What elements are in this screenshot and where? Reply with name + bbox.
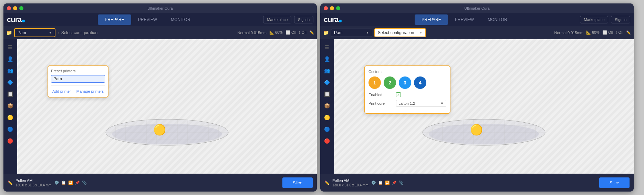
toolbar-right: 📁 Pam ▼ Select configuration ▼ Normal 0.… [320,26,634,39]
print-core-select-right[interactable]: Laiton 1.2 ▼ [396,100,446,107]
close-button[interactable] [7,6,11,10]
sidebar-icon-1-left[interactable]: ☰ [5,42,15,52]
top-nav-right: cura PREPARE PREVIEW MONITOR Marketplace… [320,13,634,26]
print-core-row-right: Print core Laiton 1.2 ▼ [368,100,446,107]
pencil-icon-left: ✏️ [8,181,13,185]
config-dropdown-right[interactable]: Select configuration ▼ [374,28,426,37]
model-name-left: Pollen AM [15,178,52,183]
logo-dot-right [339,20,342,22]
printer-dropdown-right[interactable]: Pam ▼ [331,29,372,37]
tab-prepare-left[interactable]: PREPARE [98,14,131,25]
right-window: Ultimaker Cura cura PREPARE PREVIEW MONI… [320,3,634,192]
profile-label-right[interactable]: Normal 0.015mm [554,31,583,35]
sidebar-icon-3-right[interactable]: 👥 [322,65,332,76]
tab-preview-right[interactable]: PREVIEW [448,14,481,25]
profile-label-left[interactable]: Normal 0.015mm [237,31,266,35]
tab-preview-left[interactable]: PREVIEW [131,14,164,25]
window-title-right: Ultimaker Cura [464,6,489,10]
sidebar-icon-8-left[interactable]: 🔵 [5,124,15,134]
close-button-right[interactable] [324,6,328,10]
sidebar-icon-4-left[interactable]: 🔷 [5,77,15,88]
bottom-icon-5-left[interactable]: 📎 [82,181,87,185]
dropdown-arrow-printer-left: ▼ [49,31,52,34]
bottom-icon-4-right[interactable]: 📌 [392,181,397,185]
popup-section-title-left: Preset printers [51,69,105,73]
settings-icon-left[interactable]: ✏️ [309,30,314,35]
nav-right-right: Marketplace Sign in [580,16,630,23]
nav-tabs-right: PREPARE PREVIEW MONITOR [349,14,580,25]
sidebar-icon-7-left[interactable]: 🟡 [5,112,15,123]
printer-dropdown-popup-left: Preset printers Pam Add printer Manage p… [48,65,108,98]
manage-printers-btn-left[interactable]: Manage printers [75,89,105,94]
sidebar-icon-6-right[interactable]: 📦 [322,101,332,111]
tab-monitor-left[interactable]: MONITOR [164,14,197,25]
logo-text-right: cura [324,15,338,24]
sidebar-icon-2-right[interactable]: 👤 [322,54,332,64]
marketplace-btn-right[interactable]: Marketplace [580,16,608,23]
sidebar-icon-5-right[interactable]: 🔲 [322,89,332,99]
extruder-3-icon[interactable]: 3 [399,76,411,89]
tab-prepare-right[interactable]: PREPARE [415,14,448,25]
bottom-icon-1-right[interactable]: ⚙️ [371,181,376,185]
bottom-icon-2-left[interactable]: 📋 [61,181,66,185]
fullscreen-button[interactable] [19,6,23,10]
print-core-arrow-right: ▼ [440,101,444,105]
signin-btn-right[interactable]: Sign in [611,16,630,23]
build-plate-left: 🟡 [105,112,229,146]
printer-dropdown-left[interactable]: Pam ▼ [14,28,55,37]
extruder-4-icon[interactable]: 4 [414,76,426,89]
folder-icon-left[interactable]: 📁 [6,30,12,35]
adhesion-label-left: ⁞ Off [299,30,307,35]
extruder-1-icon[interactable]: 1 [368,76,381,89]
bottom-icon-3-left[interactable]: 🔁 [68,181,73,185]
nav-tabs-left: PREPARE PREVIEW MONITOR [32,14,263,25]
sidebar-icon-5-left[interactable]: 🔲 [5,89,15,99]
canvas-left: 🟡 Preset printers Pam Add printer Manage… [17,39,317,174]
bottom-icon-5-right[interactable]: 📎 [399,181,404,185]
toolbar-settings-left: Normal 0.015mm 📐 60% ⬜ Off ⁞ Off ✏️ [237,30,314,35]
fullscreen-button-right[interactable] [336,6,340,10]
bottom-icon-2-right[interactable]: 📋 [378,181,383,185]
enabled-label-right: Enabled [368,93,393,97]
sidebar-icon-7-right[interactable]: 🟡 [322,112,332,123]
toolbar-settings-right: Normal 0.015mm 📐 60% ⬜ Off ⁞ Off ✏️ [554,30,631,35]
sidebar-icon-8-right[interactable]: 🔵 [322,124,332,134]
top-nav-left: cura PREPARE PREVIEW MONITOR Marketplace… [3,13,317,26]
sidebar-icon-4-right[interactable]: 🔷 [322,77,332,88]
print-core-label-right: Print core [368,101,393,105]
dropdown-arrow-config-right: ▼ [419,31,423,34]
minimize-button-right[interactable] [330,6,334,10]
signin-btn-left[interactable]: Sign in [294,16,313,23]
enabled-checkbox-right[interactable]: ✓ [396,92,401,97]
settings-icon-right[interactable]: ✏️ [626,30,631,35]
sidebar-icon-1-right[interactable]: ☰ [322,42,332,52]
bottom-icon-4-left[interactable]: 📌 [75,181,80,185]
nav-right-left: Marketplace Sign in [263,16,313,23]
popup-actions-left: Add printer Manage printers [51,85,105,94]
tab-monitor-right[interactable]: MONITOR [481,14,514,25]
minimize-button[interactable] [13,6,17,10]
slice-btn-left[interactable]: Slice [282,177,313,188]
model-dims-left: 130.0 x 31.6 x 10.4 mm [15,183,52,187]
add-printer-btn-left[interactable]: Add printer [51,89,72,94]
slice-btn-right[interactable]: Slice [599,177,630,188]
folder-icon-right[interactable]: 📁 [323,30,329,35]
sidebar-icon-6-left[interactable]: 📦 [5,101,15,111]
extruder-2-icon[interactable]: 2 [384,76,396,89]
sidebar-icon-9-left[interactable]: 🔴 [5,136,15,146]
marketplace-btn-left[interactable]: Marketplace [263,16,291,23]
bottom-icon-3-right[interactable]: 🔁 [385,181,390,185]
sidebar-icon-9-right[interactable]: 🔴 [322,136,332,146]
sidebar-icon-3-left[interactable]: 👥 [5,65,15,76]
main-area-right: ☰ 👤 👥 🔷 🔲 📦 🟡 🔵 🔴 [320,39,634,174]
traffic-lights-right [324,6,340,10]
config-popup-title-right: Custom [368,70,446,74]
bottom-icon-1-left[interactable]: ⚙️ [54,181,59,185]
sidebar-icon-2-left[interactable]: 👤 [5,54,15,64]
model-name-right: Pollen AM [332,178,368,183]
pencil-icon-right: ✏️ [324,181,330,185]
adhesion-label-right: ⁞ Off [616,30,623,35]
popup-printer-pam-left[interactable]: Pam [51,75,105,83]
toolbar-sep-left: ‹ [58,30,59,35]
scale-label-left: 📐 60% [269,30,283,35]
